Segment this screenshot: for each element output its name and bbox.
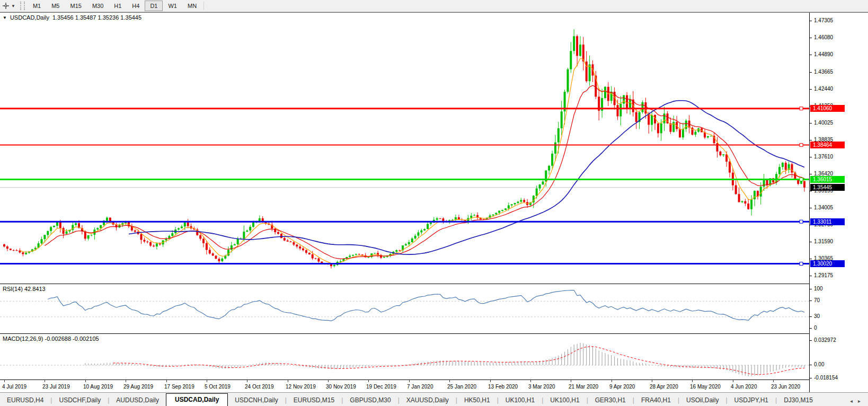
time-tick-mark (571, 380, 571, 382)
timeframe-button-mn[interactable]: MN (182, 1, 202, 11)
price-tick-mark (810, 259, 812, 259)
price-tick-mark (810, 157, 812, 157)
level-price-tag: 1.30020 (810, 260, 845, 267)
tab-scroll-right-icon[interactable]: ▸ (858, 398, 861, 404)
time-tick-mark (773, 380, 774, 382)
chart-tab-uk100-h1[interactable]: UK100,H1 (499, 394, 542, 406)
price-tick-mark (810, 328, 812, 329)
time-tick-mark (166, 380, 167, 382)
time-tick-label: 4 Jun 2020 (731, 384, 757, 390)
price-tick-mark (810, 289, 812, 289)
timeframe-buttons: M1M5M15M30H1H4D1W1MN (28, 1, 206, 11)
timeframe-toolbar: ▼ M1M5M15M30H1H4D1W1MN (0, 0, 868, 12)
time-tick-label: 16 May 2020 (690, 384, 721, 390)
timeframe-button-h4[interactable]: H4 (127, 1, 145, 11)
timeframe-button-m5[interactable]: M5 (46, 1, 65, 11)
price-tick-mark (810, 123, 812, 123)
price-tick-mark (810, 276, 812, 276)
timeframe-button-m1[interactable]: M1 (28, 1, 46, 11)
time-tick-label: 13 Feb 2020 (488, 384, 518, 390)
chart-tab-usdchf-daily[interactable]: USDCHF,Daily (52, 394, 108, 406)
chart-tab-usdcad-daily[interactable]: USDCAD,Daily (166, 393, 228, 406)
price-tick-mark (810, 340, 812, 341)
chart-tab-uk100-h1[interactable]: UK100,H1 (543, 394, 586, 406)
macd-label: MACD(12,26,9) -0.002688 -0.002105 (3, 336, 99, 342)
time-tick-label: 24 Oct 2019 (245, 384, 273, 390)
price-tick-mark (810, 378, 812, 378)
level-line-handle (800, 144, 803, 147)
timeframe-button-m30[interactable]: M30 (87, 1, 109, 11)
time-tick-mark (409, 380, 410, 382)
price-tick-label: 1.46080 (814, 34, 833, 40)
chart-tab-ger30-h1[interactable]: GER30,H1 (588, 394, 633, 406)
time-tick-label: 30 Nov 2019 (326, 384, 356, 390)
price-tick-mark (810, 301, 812, 301)
chart-tab-hk50-h1[interactable]: HK50,H1 (457, 394, 497, 406)
candles (3, 29, 805, 268)
price-tick-label: 0.00 (814, 361, 824, 367)
tab-scroll-left-icon[interactable]: ◂ (850, 398, 853, 404)
time-tick-label: 28 Apr 2020 (650, 384, 678, 390)
price-tick-label: 1.47305 (814, 17, 833, 23)
time-axis[interactable]: 4 Jul 201923 Jul 201910 Aug 201929 Aug 2… (0, 379, 810, 393)
timeframe-button-w1[interactable]: W1 (163, 1, 182, 11)
macd-histogram-chart[interactable] (0, 334, 810, 379)
timeframe-button-m15[interactable]: M15 (65, 1, 86, 11)
price-tick-label: 100 (814, 286, 823, 292)
timeframe-button-d1[interactable]: D1 (145, 1, 163, 11)
time-tick-mark (328, 380, 329, 382)
chart-tab-eurusd-m15[interactable]: EURUSD,M15 (287, 394, 341, 406)
price-tick-mark (810, 140, 812, 140)
symbol-dropdown-icon[interactable]: ▼ (3, 15, 7, 20)
toolbar-separator (203, 2, 204, 10)
price-tick-label: 1.43665 (814, 69, 833, 75)
chart-ohlc-values: 1.35456 1.35487 1.35236 1.35445 (52, 14, 141, 21)
chart-cursor-tool[interactable]: ▼ (0, 0, 17, 12)
price-axis[interactable]: 1.473051.460801.448901.436651.424401.412… (809, 13, 868, 393)
level-price-tag: 1.36015 (810, 176, 845, 183)
time-tick-label: 4 Jul 2019 (2, 384, 26, 390)
time-tick-mark (45, 380, 45, 382)
chart-tab-xauusd-daily[interactable]: XAUUSD,Daily (400, 394, 456, 406)
macd-indicator-panel[interactable]: MACD(12,26,9) -0.002688 -0.002105 (0, 333, 810, 380)
time-tick-mark (126, 380, 126, 382)
rsi-indicator-panel[interactable]: RSI(14) 42.8413 (0, 284, 810, 334)
tab-scrollers: ◂ ▸ (850, 398, 868, 406)
time-tick-mark (449, 380, 450, 382)
toolbar-drag-handle[interactable] (20, 2, 25, 10)
candlestick-chart[interactable] (0, 13, 810, 284)
chart-tab-gbpusd-m30[interactable]: GBPUSD,M30 (343, 394, 397, 406)
chevron-down-icon[interactable]: ▼ (11, 4, 15, 8)
time-tick-mark (530, 380, 531, 382)
chart-tab-dj30-m15[interactable]: DJ30,M15 (777, 394, 820, 406)
price-tick-label: 30 (814, 313, 820, 319)
time-tick-label: 21 Mar 2020 (569, 384, 598, 390)
chart-tabs: EURUSD,H4|USDCHF,Daily|AUDUSD,DailyUSDCA… (0, 393, 820, 406)
price-chart-panel[interactable]: ▼ USDCAD,Daily 1.35456 1.35487 1.35236 1… (0, 13, 810, 284)
price-tick-mark (810, 38, 812, 38)
chart-tab-fra40-h1[interactable]: FRA40,H1 (634, 394, 678, 406)
level-line-handle (800, 178, 803, 181)
time-tick-mark (692, 380, 693, 382)
price-tick-label: 1.31590 (814, 239, 833, 244)
ma-slow-line (129, 101, 804, 254)
time-tick-label: 29 Aug 2019 (123, 384, 153, 390)
time-tick-label: 12 Nov 2019 (286, 384, 316, 390)
time-tick-mark (652, 380, 652, 382)
level-line-handle (800, 220, 803, 223)
time-tick-label: 17 Sep 2019 (164, 384, 194, 390)
chart-tab-usoil-daily[interactable]: USOil,Daily (679, 394, 725, 406)
price-tick-label: 1.34005 (814, 205, 833, 210)
rsi-label: RSI(14) 42.8413 (3, 286, 46, 292)
chart-tab-usdjpy-h1[interactable]: USDJPY,H1 (728, 394, 775, 406)
timeframe-button-h1[interactable]: H1 (109, 1, 127, 11)
price-tick-mark (810, 55, 812, 55)
macd-histogram (85, 343, 804, 376)
level-price-tag: 1.41060 (810, 105, 845, 112)
rsi-line-chart[interactable] (0, 284, 810, 333)
price-tick-mark (810, 89, 812, 90)
chart-tab-eurusd-h4[interactable]: EURUSD,H4 (0, 394, 50, 406)
chart-tab-usdcnh-daily[interactable]: USDCNH,Daily (228, 394, 285, 406)
time-tick-mark (612, 380, 612, 382)
chart-tab-audusd-daily[interactable]: AUDUSD,Daily (109, 394, 166, 406)
